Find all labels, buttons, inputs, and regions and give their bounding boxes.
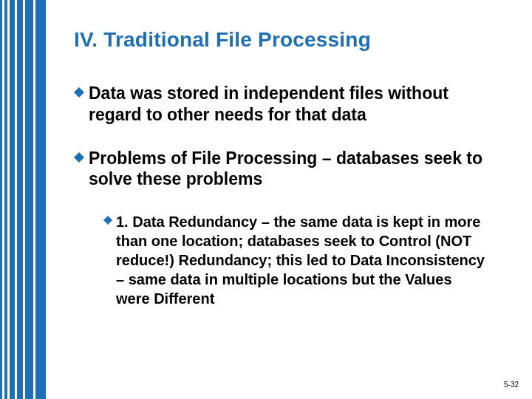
diamond-bullet-icon [74,152,84,163]
bullet-text: Problems of File Processing – databases … [89,148,502,191]
slide-content: IV. Traditional File Processing Data was… [74,28,502,308]
slide-title: IV. Traditional File Processing [74,28,502,52]
page-number: 5-32 [504,381,519,389]
diamond-bullet-icon [74,87,84,98]
diamond-bullet-icon [103,216,112,225]
sub-bullet-item: 1. Data Redundancy – the same data is ke… [103,212,502,308]
bullet-item: Problems of File Processing – databases … [74,148,502,191]
bullet-item: Data was stored in independent files wit… [74,83,502,126]
sub-bullet-text: 1. Data Redundancy – the same data is ke… [116,212,485,308]
side-stripes [0,0,46,399]
bullet-text: Data was stored in independent files wit… [89,83,502,126]
